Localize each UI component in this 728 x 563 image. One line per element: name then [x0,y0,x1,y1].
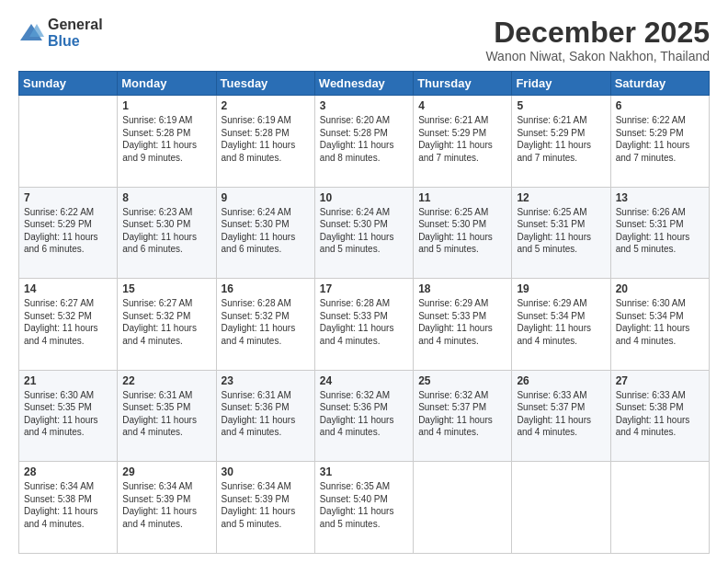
day-info: Sunrise: 6:20 AM Sunset: 5:28 PM Dayligh… [320,114,408,164]
sunset-text: Sunset: 5:30 PM [222,218,310,231]
daylight-text: Daylight: 11 hours and 6 minutes. [122,231,210,256]
day-info: Sunrise: 6:25 AM Sunset: 5:31 PM Dayligh… [517,206,605,256]
daylight-text: Daylight: 11 hours and 4 minutes. [122,322,210,347]
day-number: 2 [222,99,310,112]
daylight-text: Daylight: 11 hours and 4 minutes. [616,414,704,439]
day-info: Sunrise: 6:30 AM Sunset: 5:35 PM Dayligh… [24,389,112,439]
daylight-text: Daylight: 11 hours and 8 minutes. [222,139,310,164]
subtitle: Wanon Niwat, Sakon Nakhon, Thailand [485,49,710,63]
day-number: 10 [320,191,408,204]
day-info: Sunrise: 6:32 AM Sunset: 5:37 PM Dayligh… [418,389,506,439]
table-row: 9 Sunrise: 6:24 AM Sunset: 5:30 PM Dayli… [216,187,314,279]
table-row: 14 Sunrise: 6:27 AM Sunset: 5:32 PM Dayl… [19,279,118,371]
main-title: December 2025 [485,17,710,49]
day-info: Sunrise: 6:34 AM Sunset: 5:38 PM Dayligh… [24,480,112,530]
table-row: 19 Sunrise: 6:29 AM Sunset: 5:34 PM Dayl… [512,279,610,371]
daylight-text: Daylight: 11 hours and 4 minutes. [122,505,210,530]
sunrise-text: Sunrise: 6:27 AM [122,297,210,310]
daylight-text: Daylight: 11 hours and 4 minutes. [320,322,408,347]
day-info: Sunrise: 6:27 AM Sunset: 5:32 PM Dayligh… [24,297,112,347]
daylight-text: Daylight: 11 hours and 4 minutes. [517,322,605,347]
day-number: 31 [320,465,408,478]
table-row: 22 Sunrise: 6:31 AM Sunset: 5:35 PM Dayl… [118,370,216,462]
day-number: 6 [616,99,704,112]
day-number: 18 [418,282,506,295]
sunrise-text: Sunrise: 6:26 AM [616,206,704,219]
header: General Blue December 2025 Wanon Niwat, … [18,17,710,63]
table-row: 3 Sunrise: 6:20 AM Sunset: 5:28 PM Dayli… [314,96,413,188]
sunset-text: Sunset: 5:28 PM [222,127,310,140]
sunset-text: Sunset: 5:37 PM [418,401,506,414]
sunrise-text: Sunrise: 6:30 AM [24,389,112,402]
day-number: 8 [122,191,210,204]
table-row: 8 Sunrise: 6:23 AM Sunset: 5:30 PM Dayli… [118,187,216,279]
day-number: 28 [24,465,112,478]
sunrise-text: Sunrise: 6:25 AM [418,206,506,219]
sunset-text: Sunset: 5:28 PM [320,127,408,140]
sunrise-text: Sunrise: 6:29 AM [418,297,506,310]
col-tuesday: Tuesday [216,72,314,96]
table-row: 31 Sunrise: 6:35 AM Sunset: 5:40 PM Dayl… [314,462,413,554]
daylight-text: Daylight: 11 hours and 4 minutes. [418,322,506,347]
daylight-text: Daylight: 11 hours and 5 minutes. [616,231,704,256]
table-row: 30 Sunrise: 6:34 AM Sunset: 5:39 PM Dayl… [216,462,314,554]
day-number: 17 [320,282,408,295]
day-info: Sunrise: 6:19 AM Sunset: 5:28 PM Dayligh… [122,114,210,164]
logo-text: General Blue [48,17,103,49]
table-row [512,462,610,554]
sunrise-text: Sunrise: 6:21 AM [418,114,506,127]
daylight-text: Daylight: 11 hours and 5 minutes. [222,505,310,530]
day-info: Sunrise: 6:34 AM Sunset: 5:39 PM Dayligh… [222,480,310,530]
table-row [19,96,118,188]
sunrise-text: Sunrise: 6:25 AM [517,206,605,219]
table-row: 10 Sunrise: 6:24 AM Sunset: 5:30 PM Dayl… [314,187,413,279]
day-info: Sunrise: 6:31 AM Sunset: 5:35 PM Dayligh… [122,389,210,439]
daylight-text: Daylight: 11 hours and 8 minutes. [320,139,408,164]
sunrise-text: Sunrise: 6:28 AM [222,297,310,310]
sunset-text: Sunset: 5:35 PM [122,401,210,414]
sunrise-text: Sunrise: 6:24 AM [320,206,408,219]
day-info: Sunrise: 6:25 AM Sunset: 5:30 PM Dayligh… [418,206,506,256]
day-info: Sunrise: 6:21 AM Sunset: 5:29 PM Dayligh… [418,114,506,164]
sunset-text: Sunset: 5:32 PM [222,310,310,323]
calendar: Sunday Monday Tuesday Wednesday Thursday… [18,71,710,554]
col-friday: Friday [512,72,610,96]
calendar-week-row: 14 Sunrise: 6:27 AM Sunset: 5:32 PM Dayl… [19,279,710,371]
calendar-week-row: 7 Sunrise: 6:22 AM Sunset: 5:29 PM Dayli… [19,187,710,279]
daylight-text: Daylight: 11 hours and 6 minutes. [24,231,112,256]
day-number: 9 [222,191,310,204]
sunrise-text: Sunrise: 6:19 AM [222,114,310,127]
day-number: 4 [418,99,506,112]
sunset-text: Sunset: 5:40 PM [320,493,408,506]
logo: General Blue [18,17,103,49]
table-row [610,462,709,554]
day-number: 16 [222,282,310,295]
sunrise-text: Sunrise: 6:22 AM [24,206,112,219]
day-info: Sunrise: 6:27 AM Sunset: 5:32 PM Dayligh… [122,297,210,347]
sunset-text: Sunset: 5:30 PM [418,218,506,231]
table-row: 1 Sunrise: 6:19 AM Sunset: 5:28 PM Dayli… [118,96,216,188]
sunrise-text: Sunrise: 6:21 AM [517,114,605,127]
daylight-text: Daylight: 11 hours and 4 minutes. [24,505,112,530]
calendar-week-row: 21 Sunrise: 6:30 AM Sunset: 5:35 PM Dayl… [19,370,710,462]
table-row: 29 Sunrise: 6:34 AM Sunset: 5:39 PM Dayl… [118,462,216,554]
day-number: 12 [517,191,605,204]
sunrise-text: Sunrise: 6:24 AM [222,206,310,219]
daylight-text: Daylight: 11 hours and 9 minutes. [122,139,210,164]
daylight-text: Daylight: 11 hours and 4 minutes. [122,414,210,439]
sunset-text: Sunset: 5:36 PM [222,401,310,414]
col-thursday: Thursday [414,72,512,96]
logo-blue: Blue [48,33,103,50]
day-number: 11 [418,191,506,204]
day-info: Sunrise: 6:22 AM Sunset: 5:29 PM Dayligh… [616,114,704,164]
day-info: Sunrise: 6:26 AM Sunset: 5:31 PM Dayligh… [616,206,704,256]
title-block: December 2025 Wanon Niwat, Sakon Nakhon,… [485,17,710,63]
calendar-week-row: 28 Sunrise: 6:34 AM Sunset: 5:38 PM Dayl… [19,462,710,554]
sunset-text: Sunset: 5:38 PM [616,401,704,414]
table-row: 12 Sunrise: 6:25 AM Sunset: 5:31 PM Dayl… [512,187,610,279]
day-info: Sunrise: 6:29 AM Sunset: 5:33 PM Dayligh… [418,297,506,347]
day-info: Sunrise: 6:30 AM Sunset: 5:34 PM Dayligh… [616,297,704,347]
daylight-text: Daylight: 11 hours and 4 minutes. [24,414,112,439]
logo-icon [18,20,44,46]
day-info: Sunrise: 6:28 AM Sunset: 5:33 PM Dayligh… [320,297,408,347]
